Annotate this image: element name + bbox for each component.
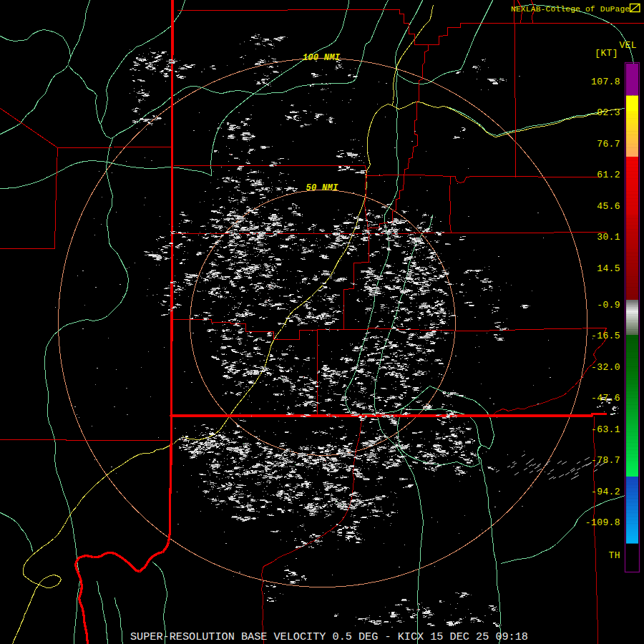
svg-text:50 NMI: 50 NMI bbox=[306, 183, 338, 193]
svg-text:30.1: 30.1 bbox=[597, 232, 620, 243]
svg-text:TH: TH bbox=[609, 550, 620, 561]
svg-text:-63.1: -63.1 bbox=[591, 424, 620, 435]
svg-text:-16.5: -16.5 bbox=[591, 331, 620, 341]
svg-text:[KT]: [KT] bbox=[595, 48, 618, 59]
svg-text:-94.2: -94.2 bbox=[591, 487, 620, 497]
svg-text:14.5: 14.5 bbox=[597, 263, 620, 274]
svg-text:107.8: 107.8 bbox=[591, 77, 620, 87]
svg-text:NEXLAB-College of DuPage: NEXLAB-College of DuPage bbox=[511, 5, 630, 14]
svg-text:-0.9: -0.9 bbox=[597, 300, 620, 311]
svg-text:-109.8: -109.8 bbox=[585, 517, 620, 528]
svg-text:92.3: 92.3 bbox=[597, 107, 620, 118]
svg-text:76.7: 76.7 bbox=[597, 139, 620, 150]
svg-text:100 NMI: 100 NMI bbox=[303, 53, 341, 63]
svg-text:-32.0: -32.0 bbox=[591, 362, 620, 373]
svg-text:-78.7: -78.7 bbox=[591, 455, 620, 466]
svg-text:61.2: 61.2 bbox=[597, 170, 620, 180]
svg-text:45.6: 45.6 bbox=[597, 201, 620, 212]
svg-text:SUPER-RESOLUTION BASE VELOCITY: SUPER-RESOLUTION BASE VELOCITY 0.5 DEG -… bbox=[130, 630, 528, 643]
svg-text:VEL: VEL bbox=[619, 40, 637, 51]
svg-text:-47.6: -47.6 bbox=[591, 393, 620, 404]
